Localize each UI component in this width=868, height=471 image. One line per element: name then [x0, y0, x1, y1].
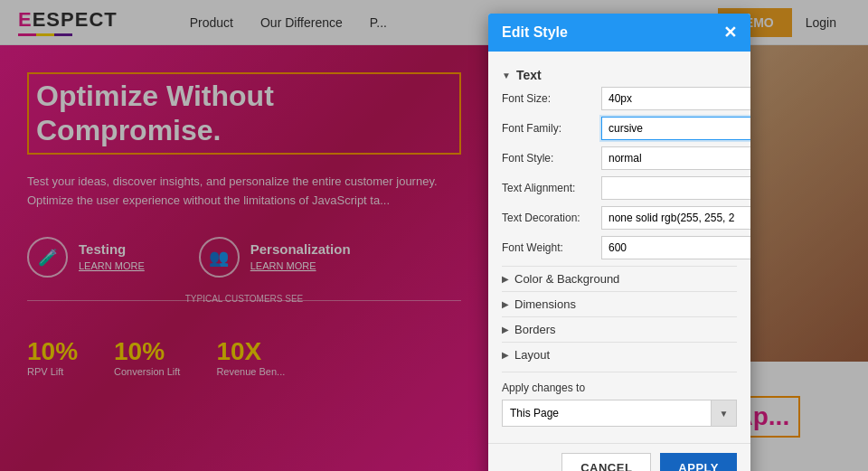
edit-style-modal: Edit Style ✕ ▼ Text Font Size: Font Fami… — [488, 14, 750, 471]
font-size-row: Font Size: — [502, 87, 737, 110]
layout-section[interactable]: ▶ Layout — [502, 342, 737, 367]
font-size-input[interactable] — [601, 87, 750, 110]
font-weight-row: Font Weight: — [502, 236, 737, 259]
apply-select-arrow-icon[interactable]: ▼ — [712, 400, 737, 427]
text-decoration-label: Text Decoration: — [502, 212, 601, 224]
font-family-row: Font Family: — [502, 117, 737, 140]
modal-footer: CANCEL APPLY — [488, 443, 750, 471]
apply-changes-label: Apply changes to — [502, 382, 737, 394]
color-background-section[interactable]: ▶ Color & Background — [502, 266, 737, 291]
font-weight-input[interactable] — [601, 236, 750, 259]
text-alignment-input[interactable] — [601, 176, 750, 200]
text-section-label: Text — [516, 68, 542, 82]
text-alignment-label: Text Alignment: — [502, 182, 601, 194]
apply-changes-section: Apply changes to This Page All Pages ▼ — [502, 372, 737, 434]
text-section-arrow: ▼ — [502, 71, 511, 80]
dimensions-section[interactable]: ▶ Dimensions — [502, 291, 737, 316]
text-decoration-row: Text Decoration: — [502, 206, 737, 230]
color-background-label: Color & Background — [514, 272, 619, 286]
font-family-input[interactable] — [601, 117, 750, 140]
text-section-header[interactable]: ▼ Text — [502, 61, 737, 87]
apply-select[interactable]: This Page All Pages — [502, 400, 712, 427]
borders-arrow: ▶ — [502, 325, 509, 334]
cancel-button[interactable]: CANCEL — [561, 453, 651, 471]
borders-section[interactable]: ▶ Borders — [502, 316, 737, 342]
font-family-label: Font Family: — [502, 122, 601, 135]
text-alignment-row: Text Alignment: — [502, 176, 737, 200]
font-weight-label: Font Weight: — [502, 241, 601, 254]
borders-label: Borders — [514, 323, 556, 336]
modal-header: Edit Style ✕ — [488, 14, 750, 52]
text-decoration-input[interactable] — [601, 206, 750, 230]
layout-arrow: ▶ — [502, 350, 509, 360]
apply-button[interactable]: APPLY — [660, 453, 737, 471]
font-size-label: Font Size: — [502, 92, 601, 105]
dimensions-arrow: ▶ — [502, 299, 509, 309]
font-style-row: Font Style: — [502, 146, 737, 170]
modal-body: ▼ Text Font Size: Font Family: Font Styl… — [488, 52, 750, 443]
font-style-label: Font Style: — [502, 152, 601, 165]
modal-close-button[interactable]: ✕ — [723, 24, 737, 41]
dimensions-label: Dimensions — [514, 297, 576, 311]
apply-select-row: This Page All Pages ▼ — [502, 400, 737, 427]
layout-label: Layout — [514, 348, 550, 362]
color-background-arrow: ▶ — [502, 274, 509, 284]
modal-title: Edit Style — [502, 24, 568, 41]
font-style-input[interactable] — [601, 146, 750, 170]
